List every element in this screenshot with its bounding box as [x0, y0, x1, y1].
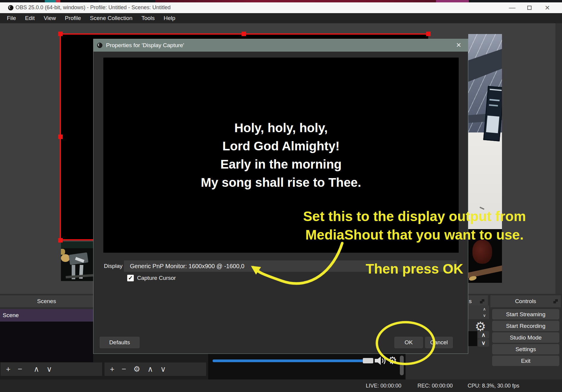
remove-scene-icon[interactable]: − — [18, 362, 22, 376]
selection-handle-bottom-left[interactable] — [58, 238, 63, 243]
volume-slider-handle[interactable] — [363, 358, 373, 363]
scene-list-item-selected[interactable]: Scene — [0, 309, 93, 322]
controls-panel-header: Controls — [490, 295, 561, 307]
annotation-text-line1: Set this to the display output from — [284, 208, 545, 224]
add-source-icon[interactable]: + — [110, 362, 114, 376]
spin-down-icon[interactable]: ∨ — [480, 312, 489, 319]
obs-logo-icon — [8, 5, 13, 10]
transition-duration-spinbox-fragment[interactable]: ∧ ∨ — [468, 305, 489, 319]
rec-time: REC: 00:00:00 — [417, 379, 453, 392]
window-title: OBS 25.0.0 (64-bit, windows) - Profile: … — [16, 4, 171, 11]
display-selected-value: Generic PnP Monitor: 1600x900 @ -1600,0 — [130, 260, 245, 272]
remove-source-icon[interactable]: − — [122, 362, 126, 376]
selection-handle-top-right[interactable] — [426, 32, 431, 36]
capture-cursor-label: Capture Cursor — [137, 275, 176, 281]
lyric-line: My song shall rise to Thee. — [201, 173, 361, 192]
volume-slider-track[interactable] — [213, 359, 363, 362]
display-field-label: Display — [104, 260, 122, 272]
controls-panel-title: Controls — [490, 295, 561, 307]
defaults-button[interactable]: Defaults — [100, 337, 139, 348]
popout-icon[interactable] — [553, 299, 558, 303]
dialog-close-button[interactable]: × — [454, 40, 464, 50]
properties-dialog: Properties for 'Display Capture' × Holy,… — [93, 39, 468, 354]
canvas-edge — [555, 23, 562, 294]
scene-list[interactable] — [0, 322, 93, 362]
move-down-button[interactable]: ∨ — [478, 339, 489, 347]
menu-view[interactable]: View — [39, 13, 60, 23]
selection-handle-top-left[interactable] — [58, 32, 63, 36]
obs-logo-icon — [97, 43, 102, 48]
sources-toolbar: + − ⚙ ∧ ∨ — [105, 362, 206, 376]
studio-mode-button[interactable]: Studio Mode — [492, 332, 559, 343]
minimize-button[interactable]: — — [505, 3, 519, 13]
move-up-button[interactable]: ∧ — [478, 331, 489, 339]
menu-edit[interactable]: Edit — [21, 13, 39, 23]
source-properties-gear-icon[interactable]: ⚙ — [133, 362, 140, 376]
source-down-icon[interactable]: ∨ — [160, 362, 166, 376]
menu-help[interactable]: Help — [159, 13, 180, 23]
add-scene-icon[interactable]: + — [6, 362, 10, 376]
window-titlebar: OBS 25.0.0 (64-bit, windows) - Profile: … — [0, 2, 562, 13]
selection-handle-mid-left[interactable] — [58, 135, 63, 139]
spin-up-icon[interactable]: ∧ — [480, 306, 489, 312]
menu-file[interactable]: File — [2, 13, 21, 23]
scene-up-icon[interactable]: ∧ — [33, 362, 39, 376]
maximize-icon — [527, 6, 532, 10]
webcam-source-right-fragment — [468, 34, 502, 283]
annotation-text-line2: MediaShout that you want to use. — [284, 227, 545, 243]
transition-field-fragment — [468, 331, 477, 346]
lyric-line: Holy, holy, holy, — [234, 119, 328, 137]
popout-icon[interactable] — [480, 299, 484, 303]
menu-bar: File Edit View Profile Scene Collection … — [0, 13, 562, 23]
scenes-panel-title: Scenes — [0, 295, 93, 307]
menu-scene-collection[interactable]: Scene Collection — [85, 13, 137, 23]
photo-dark-strip — [61, 242, 93, 248]
start-streaming-button[interactable]: Start Streaming — [492, 309, 559, 320]
menu-tools[interactable]: Tools — [137, 13, 159, 23]
exit-button[interactable]: Exit — [492, 356, 559, 366]
selection-border-bottom — [60, 239, 93, 240]
settings-button[interactable]: Settings — [492, 344, 559, 354]
lyric-line: Early in the morning — [220, 155, 342, 173]
photo-chair-blob — [472, 240, 492, 264]
lyric-line: Lord God Almighty! — [222, 137, 340, 155]
status-bar: LIVE: 00:00:00 REC: 00:00:00 CPU: 8.3%, … — [0, 379, 562, 392]
annotation-circle-around-ok — [376, 321, 435, 365]
scenes-panel-header: Scenes — [0, 295, 93, 307]
capture-cursor-checkbox[interactable]: ✓ — [127, 275, 134, 281]
start-recording-button[interactable]: Start Recording — [492, 321, 559, 331]
dialog-title: Properties for 'Display Capture' — [106, 42, 184, 49]
source-up-icon[interactable]: ∧ — [148, 362, 153, 376]
live-time: LIVE: 00:00:00 — [366, 379, 401, 392]
dialog-titlebar[interactable]: Properties for 'Display Capture' × — [93, 39, 468, 52]
scene-down-icon[interactable]: ∨ — [46, 362, 52, 376]
close-button[interactable]: × — [540, 3, 554, 13]
cpu-fps: CPU: 8.3%, 30.00 fps — [468, 379, 519, 392]
selection-handle-top-center[interactable] — [242, 32, 246, 36]
annotation-text-press-ok: Then press OK — [328, 261, 500, 277]
scenes-toolbar: + − ∧ ∨ — [1, 362, 102, 376]
menu-profile[interactable]: Profile — [60, 13, 85, 23]
webcam-source-left-fragment — [61, 242, 93, 281]
maximize-button[interactable] — [523, 3, 536, 13]
photo-yellow-blob — [61, 249, 65, 255]
audio-mixer-panel: ⚙ — [208, 354, 406, 379]
display-capture-source-black — [61, 34, 93, 239]
